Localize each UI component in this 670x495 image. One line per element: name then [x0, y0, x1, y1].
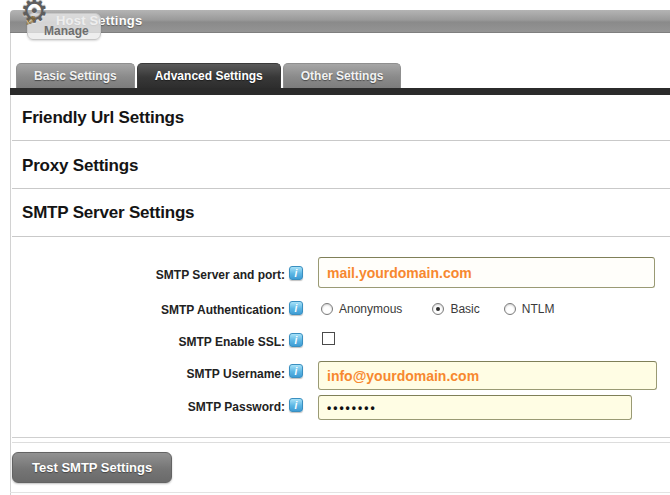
smtp-auth-label: SMTP Authentication: [0, 303, 285, 317]
section-proxy-settings[interactable]: Proxy Settings [22, 156, 138, 176]
section-smtp-server-settings[interactable]: SMTP Server Settings [22, 203, 194, 223]
info-icon[interactable]: i [289, 333, 303, 347]
tab-basic-settings[interactable]: Basic Settings [16, 63, 135, 88]
smtp-username-input[interactable] [318, 361, 657, 390]
tab-underline-bar [10, 88, 670, 95]
radio-option-label: Anonymous [339, 302, 402, 316]
module-header-bar: Host Settings [10, 10, 670, 33]
smtp-server-input[interactable] [318, 257, 655, 288]
section-friendly-url-settings[interactable]: Friendly Url Settings [22, 108, 184, 128]
pencil-icon: ✎ [25, 13, 37, 29]
info-icon[interactable]: i [289, 266, 303, 280]
info-icon[interactable]: i [289, 364, 303, 378]
smtp-password-label: SMTP Password: [0, 400, 285, 414]
smtp-username-label: SMTP Username: [0, 367, 285, 381]
section-divider [12, 140, 670, 141]
test-smtp-settings-button[interactable]: Test SMTP Settings [12, 452, 172, 483]
content-left-border [10, 33, 11, 495]
tab-advanced-settings[interactable]: Advanced Settings [137, 63, 281, 88]
section-divider [12, 188, 670, 189]
info-icon[interactable]: i [289, 301, 303, 315]
settings-tabs: Basic Settings Advanced Settings Other S… [16, 63, 401, 88]
radio-option-basic[interactable]: Basic [432, 302, 479, 316]
radio-option-label: NTLM [522, 302, 555, 316]
smtp-password-input[interactable] [318, 395, 632, 420]
smtp-ssl-label: SMTP Enable SSL: [0, 335, 285, 349]
footer-divider [12, 437, 670, 438]
radio-option-label: Basic [450, 302, 479, 316]
radio-button-icon[interactable] [321, 303, 333, 315]
tab-other-settings[interactable]: Other Settings [283, 63, 402, 88]
info-icon[interactable]: i [289, 398, 303, 412]
host-settings-page: Host Settings ⚙ ✎ Manage Basic Settings … [0, 0, 670, 495]
content-bottom-border [10, 492, 670, 493]
radio-option-ntlm[interactable]: NTLM [504, 302, 555, 316]
section-divider [12, 236, 670, 237]
radio-button-icon[interactable] [504, 303, 516, 315]
footer-divider [12, 442, 670, 443]
smtp-server-label: SMTP Server and port: [0, 268, 285, 282]
smtp-auth-radio-group: Anonymous Basic NTLM [321, 302, 554, 316]
smtp-ssl-checkbox[interactable] [322, 332, 335, 345]
radio-option-anonymous[interactable]: Anonymous [321, 302, 402, 316]
radio-button-icon[interactable] [432, 303, 444, 315]
